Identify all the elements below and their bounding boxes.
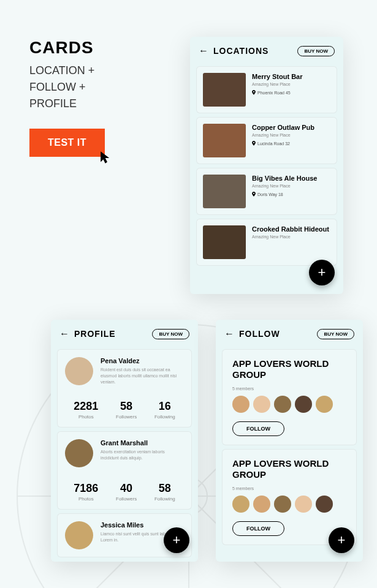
location-subtitle: Amazing New Place xyxy=(252,133,330,137)
buy-now-button[interactable]: BUY NOW xyxy=(152,329,189,339)
member-avatar xyxy=(295,496,312,513)
member-avatar xyxy=(274,496,291,513)
stat-photos: 7186 xyxy=(74,482,98,495)
location-subtitle: Amazing New Place xyxy=(252,82,330,86)
location-name: Crooked Rabbit Hideout xyxy=(252,225,330,233)
location-card[interactable]: Crooked Rabbit Hideout Amazing New Place xyxy=(196,219,337,266)
member-avatar xyxy=(232,396,249,413)
profile-bio: Aboris exercitation veniam laboris incid… xyxy=(101,449,184,461)
member-avatar xyxy=(253,496,270,513)
back-icon[interactable]: ← xyxy=(199,45,208,56)
screen-title: PROFILE xyxy=(74,329,116,339)
location-subtitle: Amazing New Place xyxy=(252,235,330,239)
member-avatar xyxy=(274,396,291,413)
location-address: Doris Way 18 xyxy=(252,192,330,197)
location-name: Merry Stout Bar xyxy=(252,73,330,80)
follow-button[interactable]: FOLLOW xyxy=(232,421,284,436)
locations-screen: ← LOCATIONS BUY NOW Merry Stout Bar Amaz… xyxy=(190,37,343,294)
location-card[interactable]: Big Vibes Ale House Amazing New Place Do… xyxy=(196,168,337,215)
pin-icon xyxy=(252,141,256,146)
pin-icon xyxy=(252,90,256,95)
profile-screen: ← PROFILE BUY NOW Pena Valdez Roident es… xyxy=(51,320,198,562)
buy-now-button[interactable]: BUY NOW xyxy=(297,46,335,56)
add-fab[interactable]: + xyxy=(329,527,354,553)
stat-photos: 2281 xyxy=(74,400,98,413)
location-image xyxy=(203,124,246,157)
test-it-button[interactable]: TEST IT xyxy=(29,129,105,157)
back-icon[interactable]: ← xyxy=(224,328,234,339)
add-fab[interactable]: + xyxy=(309,260,335,285)
screen-title: FOLLOW xyxy=(239,329,280,339)
member-avatar xyxy=(295,396,312,413)
add-fab[interactable]: + xyxy=(164,527,189,553)
members-count: 5 members xyxy=(232,486,346,491)
buy-now-button[interactable]: BUY NOW xyxy=(317,329,354,339)
location-subtitle: Amazing New Place xyxy=(252,184,330,188)
profile-card[interactable]: Grant Marshall Aboris exercitation venia… xyxy=(57,431,192,510)
stat-following: 58 xyxy=(154,482,175,495)
page-subtitle: LOCATION +FOLLOW +PROFILE xyxy=(29,62,94,112)
follow-card: APP LOVERS WORLD GROUP 5 members FOLLOW xyxy=(222,349,357,445)
members-count: 5 members xyxy=(232,386,346,391)
avatar xyxy=(65,521,93,549)
stat-following: 16 xyxy=(154,400,175,413)
profile-name: Jessica Miles xyxy=(101,521,184,529)
avatar xyxy=(65,439,93,467)
group-title: APP LOVERS WORLD GROUP xyxy=(232,358,346,380)
screen-title: LOCATIONS xyxy=(213,46,268,56)
avatar xyxy=(65,357,93,385)
group-title: APP LOVERS WORLD GROUP xyxy=(232,458,346,480)
stat-followers: 40 xyxy=(116,482,137,495)
location-card[interactable]: Merry Stout Bar Amazing New Place Phoeni… xyxy=(196,66,337,113)
pin-icon xyxy=(252,192,256,197)
location-address: Phoenix Road 45 xyxy=(252,90,330,95)
location-image xyxy=(203,225,246,259)
back-icon[interactable]: ← xyxy=(59,328,69,339)
cursor-icon xyxy=(99,150,115,166)
member-avatar xyxy=(316,496,333,513)
location-address: Lucinda Road 32 xyxy=(252,141,330,146)
member-avatar xyxy=(316,396,333,413)
page-title: CARDS xyxy=(29,38,94,58)
profile-card[interactable]: Pena Valdez Roident est duis duis sit oc… xyxy=(57,349,192,428)
follow-screen: ← FOLLOW BUY NOW APP LOVERS WORLD GROUP … xyxy=(216,320,363,562)
profile-name: Pena Valdez xyxy=(101,357,184,364)
location-name: Big Vibes Ale House xyxy=(252,175,330,182)
location-card[interactable]: Copper Outlaw Pub Amazing New Place Luci… xyxy=(196,117,337,164)
profile-bio: Roident est duis duis sit occaecat ea ei… xyxy=(101,367,184,385)
member-avatar xyxy=(232,496,249,513)
follow-button[interactable]: FOLLOW xyxy=(232,521,284,536)
profile-name: Grant Marshall xyxy=(101,439,184,447)
location-name: Copper Outlaw Pub xyxy=(252,124,330,131)
stat-followers: 58 xyxy=(116,400,137,413)
location-image xyxy=(203,175,246,208)
location-image xyxy=(203,73,246,107)
member-avatar xyxy=(253,396,270,413)
